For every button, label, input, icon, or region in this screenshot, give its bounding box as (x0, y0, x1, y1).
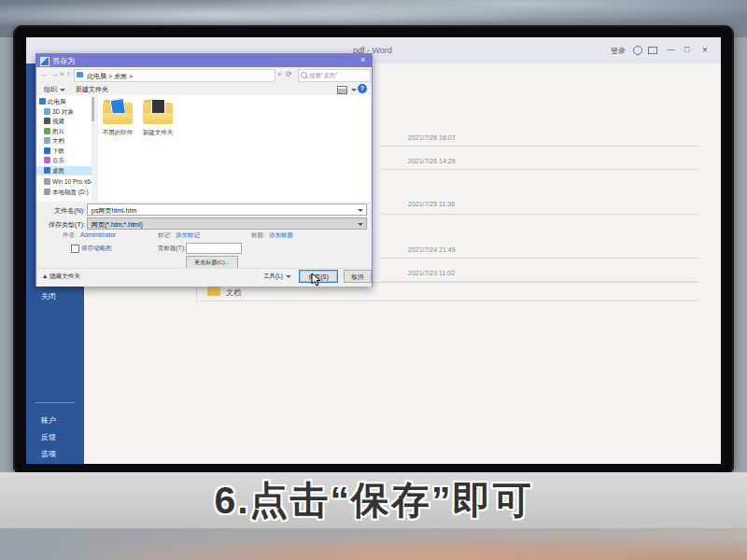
new-folder-button[interactable]: 新建文件夹 (76, 85, 108, 94)
sidebar-item-this-pc[interactable]: 此电脑 (36, 97, 94, 106)
sidebar-item-local-disk[interactable]: 本地磁盘 (D:) (36, 188, 94, 197)
folder-date: 2021/7/24 21:49 (408, 246, 456, 253)
sidebar-item-label: 3D 对象 (52, 108, 74, 117)
sidebar-item-label: 此电脑 (48, 98, 66, 106)
address-dropdown-icon[interactable]: ˅ (277, 70, 282, 78)
sidebar-item-label: 本地磁盘 (D:) (52, 189, 89, 197)
refresh-icon[interactable]: ⟳ (286, 70, 292, 78)
minimize-button[interactable]: — (667, 45, 675, 54)
file-name-label: 文件名(N): (44, 206, 85, 216)
sidebar-divider (35, 402, 75, 403)
dialog-titlebar[interactable]: 另存为 × (36, 54, 372, 67)
row-separator (381, 146, 698, 147)
sidebar-item-downloads[interactable]: 下载 (36, 147, 94, 156)
ribbon-options-icon[interactable] (648, 47, 657, 54)
maximize-button[interactable]: □ (684, 45, 689, 54)
help-button[interactable]: ? (358, 84, 367, 93)
hide-folders-button[interactable]: ▲ 隐藏文件夹 (42, 273, 80, 281)
recent-dropdown-icon[interactable]: ˅ (60, 70, 64, 78)
folder-item-software[interactable] (103, 100, 133, 124)
window-close-button[interactable]: × (702, 45, 708, 55)
view-layout-icon[interactable] (337, 86, 347, 94)
row-separator (381, 258, 698, 259)
sidebar-item-label: 图片 (52, 128, 64, 136)
search-input[interactable]: 搜索“桌面” (298, 69, 371, 82)
folder-date: 2021/7/25 11:36 (408, 201, 455, 207)
search-placeholder: 搜索“桌面” (309, 72, 337, 80)
drive-icon (44, 178, 50, 185)
chevron-down-icon[interactable] (358, 223, 363, 226)
folder-front (143, 113, 173, 124)
backstage-folder-documents[interactable]: 文档 (226, 287, 241, 298)
chevron-down-icon (286, 275, 291, 278)
sidebar-item-label: 桌面 (52, 167, 64, 175)
sidebar-item-videos[interactable]: 视频 (36, 117, 94, 126)
address-path[interactable]: 此电脑 > 桌面 > (87, 72, 133, 81)
videos-icon (44, 118, 50, 124)
page-title-input[interactable] (186, 243, 242, 254)
cancel-button[interactable]: 取消 (344, 270, 372, 283)
documents-icon (44, 137, 50, 144)
mouse-cursor (311, 273, 322, 291)
sidebar-item-options[interactable]: 选项 (41, 449, 56, 459)
folder-icon (207, 287, 220, 296)
sidebar-item-close[interactable]: 关闭 (41, 291, 56, 301)
folder-item-label[interactable]: 新建文件夹 (132, 129, 184, 137)
folder-icon (77, 72, 83, 77)
caption-text: 6.点击“保存”即可 (214, 475, 532, 526)
title-label: 标题: (251, 231, 265, 240)
sidebar-item-label: 音乐 (52, 157, 64, 165)
dialog-close-button[interactable]: × (360, 55, 365, 64)
folder-date: 2021/7/26 16:07 (408, 134, 456, 141)
chevron-down-icon[interactable] (358, 209, 363, 212)
save-type-value: 网页(*.htm;*.html) (92, 221, 143, 228)
sidebar-item-account[interactable]: 账户 (41, 415, 56, 426)
scrollbar-thumb[interactable] (92, 97, 94, 121)
sign-in-button[interactable]: 登录 (611, 46, 626, 56)
sidebar-item-music[interactable]: 音乐 (36, 156, 94, 165)
change-title-button[interactable]: 更改标题(C)... (186, 256, 238, 269)
save-as-dialog: 另存为 × ← → ˅ ↑ 此电脑 > 桌面 > ˅ ⟳ 搜索“桌面” 组织 新… (35, 53, 373, 287)
sidebar-item-system-drive[interactable]: Win 10 Pro x64 (C:) (36, 177, 94, 187)
sidebar-item-desktop[interactable]: 桌面 (36, 166, 94, 175)
folder-item-new-folder[interactable] (143, 100, 173, 124)
add-tag-link[interactable]: 添加标记 (176, 231, 200, 240)
sidebar-item-label: Win 10 Pro x64 (C:) (52, 178, 94, 185)
row-separator (381, 169, 698, 170)
background-photo-bottom (0, 528, 747, 560)
folder-date: 2021/7/23 11:02 (408, 270, 455, 276)
organize-button[interactable]: 组织 (44, 85, 65, 94)
sidebar-item-feedback[interactable]: 反馈 (41, 432, 56, 442)
sidebar-item-documents[interactable]: 文档 (36, 136, 94, 146)
folder-front (103, 113, 133, 124)
pictures-icon (44, 128, 50, 134)
save-as-icon (40, 57, 49, 66)
tools-button[interactable]: 工具(L) (263, 273, 291, 281)
sidebar-item-pictures[interactable]: 图片 (36, 127, 94, 136)
computer-icon (39, 98, 46, 105)
row-separator (381, 214, 698, 215)
forward-icon[interactable]: → (50, 70, 58, 78)
sidebar-item-label: 下载 (52, 147, 64, 156)
page: pdf - Word 登录 — □ × 关闭 账户 反馈 选项 2021/7/2… (0, 0, 747, 560)
save-type-select[interactable]: 网页(*.htm;*.html) (87, 217, 367, 230)
file-name-input[interactable]: ps网页html.htm (87, 203, 367, 216)
save-thumbnail-checkbox[interactable] (71, 245, 79, 253)
up-icon[interactable]: ↑ (66, 70, 70, 78)
organize-label: 组织 (44, 86, 57, 92)
add-title-link[interactable]: 添加标题 (269, 231, 293, 240)
dialog-title: 另存为 (52, 56, 75, 66)
address-bar[interactable]: 此电脑 > 桌面 > (74, 69, 275, 82)
author-label: 作者: (63, 231, 77, 240)
save-type-label: 保存类型(T): (44, 220, 85, 230)
hide-folders-label: 隐藏文件夹 (49, 273, 80, 279)
file-list: 不用的软件 新建文件夹 (98, 95, 371, 202)
sidebar-item-3d-objects[interactable]: 3D 对象 (36, 107, 94, 117)
file-name-value: ps网页html.htm (92, 207, 136, 214)
row-separator (200, 301, 698, 301)
chevron-down-icon[interactable] (351, 89, 357, 91)
back-icon[interactable]: ← (41, 70, 49, 78)
author-value[interactable]: Administrator (80, 231, 116, 238)
feedback-smiley-icon[interactable] (633, 46, 642, 55)
dialog-sidebar: 此电脑 3D 对象 视频 图片 文档 下载 音乐 桌面 Win 10 Pro x… (36, 95, 94, 202)
